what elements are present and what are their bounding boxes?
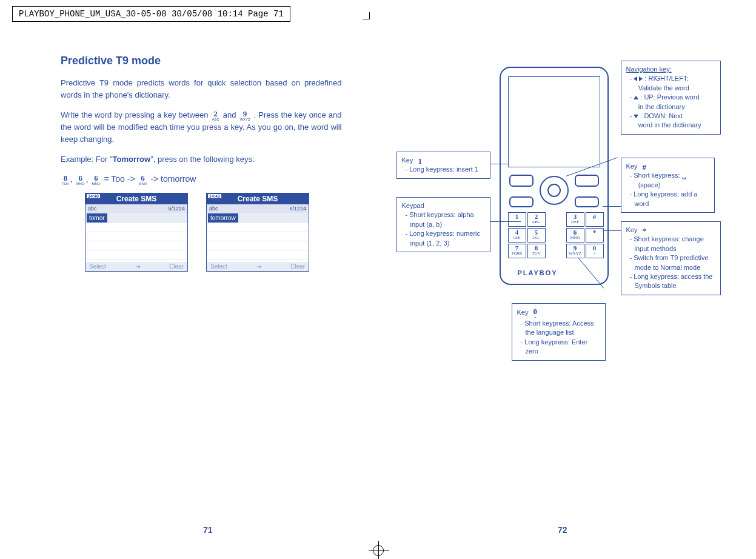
intro-paragraph: Predictive T9 mode predicts words for qu… [61,77,342,101]
keypad-key: * [586,228,604,243]
list-item: - : UP: Previous word in the dictionary [630,93,715,112]
keypad-key: 5JKL [527,228,546,243]
key-6-icon: 6MNO [92,174,101,186]
softkey-select: Select [89,263,106,270]
dpad-icon [540,176,569,205]
keypad-gap [547,244,565,258]
screen-title-bar: 14:40 Create SMS [85,193,187,204]
status-row: abc 5/1224 [85,204,187,213]
screen-title-bar: 14:43 Create SMS [207,193,309,204]
page-spread: Predictive T9 mode Predictive T9 mode pr… [0,49,756,406]
keypad-key: 8TUV [527,244,546,258]
phone-brand-label: PLAYBOY [518,269,558,276]
keypad-gap [547,212,565,227]
anno-title: Keypad [402,202,424,209]
keypad-key: 4GHI [508,228,526,243]
page-72: 1 2ABC 3DEF # 4GHI 5JKL 6MNO * 7PQRS 8TU… [378,49,757,406]
crop-tick [363,12,370,19]
call-key-icon [509,196,534,207]
page-number-72: 72 [558,525,567,535]
typed-text: tomor [87,213,107,223]
anno-navigation-key: Navigation key: - : RIGHT/LEFT: Validate… [621,61,721,135]
list-item: - : DOWN: Next word in the dictionary [630,112,715,130]
time-badge: 14:40 [87,194,100,198]
leader-line [603,206,621,207]
anno-title: Key 1 [402,156,424,164]
status-row: abc 8/1224 [207,204,309,213]
softkey-right-icon [575,175,599,187]
softkey-clear: Clear [290,263,305,270]
leader-line [490,221,521,222]
softkey-select: Select [210,263,227,270]
text: and [223,110,239,119]
softkey-left-icon [509,175,534,187]
star-key-icon: * [643,227,647,235]
keypad-key: 1 [508,212,526,227]
section-title: Predictive T9 mode [61,55,342,67]
list-item: - Short keypress: alpha input (a, b) [406,210,485,229]
list-item: - Long keypress: numeric input (1, 2, 3) [406,229,485,248]
list-item: - : RIGHT/LEFT: Validate the word [630,74,715,93]
anno-keypad: Keypad - Short keypress: alpha input (a,… [396,197,490,252]
softkey-middle-icon: ⇥ [256,263,261,270]
key-sequence: 8TUV, 6MNO, 6MNO = Too -> 6MNO -> tomorr… [61,174,342,186]
keypad-key: 7PQRS [508,244,526,258]
keypad-key: 9WXYZ [566,244,584,258]
softkey-row: Select ⇥ Clear [207,262,309,271]
list-item: - Short keypress: ␣ (space) [630,171,709,190]
nav-cluster [508,172,600,209]
leader-line [490,164,509,164]
key-6-icon: 6MNO [138,174,147,186]
list-item: - Long keypress: add a word [630,190,709,209]
anno-key-hash: Key # - Short keypress: ␣ (space) - Long… [621,158,715,213]
screen-filler [85,223,187,262]
header-bar: PLAYBOY_PHONE_UM_USA_30-05-08 30/05/08 1… [12,6,290,22]
list-item: - Short keypress: Access the language li… [521,319,600,338]
list-item: - Long keypress: access the Symbols tabl… [630,272,715,291]
phone-diagram: 1 2ABC 3DEF # 4GHI 5JKL 6MNO * 7PQRS 8TU… [396,55,736,406]
keypad-key: 0+ [586,244,604,258]
keypad-key: 2ABC [527,212,546,227]
keypad-key: 3DEF [566,212,584,227]
keypad-gap [547,228,565,243]
key-0-icon: 0+ [534,307,538,319]
example-label: Example: For "Tomorrow", press on the fo… [61,153,342,166]
phone-screenshots: 14:40 Create SMS abc 5/1224 tomor Select… [85,193,342,272]
phone-screenshot-right: 14:43 Create SMS abc 8/1224 tomorrow Sel… [206,193,309,272]
end-key-icon [575,196,599,207]
phone-screenshot-left: 14:40 Create SMS abc 5/1224 tomor Select… [85,193,188,272]
anno-title: Navigation key: [626,65,672,73]
key-1-icon: 1 [418,157,423,165]
phone-illustration: 1 2ABC 3DEF # 4GHI 5JKL 6MNO * 7PQRS 8TU… [500,67,609,285]
leader-line [603,230,621,231]
list-item: - Long keypress: insert 1 [406,165,485,174]
time-badge: 14:43 [208,194,221,198]
anno-title: Key # [626,162,648,170]
list-item: - Switch from T9 predictive mode to Norm… [630,253,715,272]
dpad-center-icon [547,184,561,197]
list-item: - Long keypress: Enter zero [521,338,600,356]
page-71: Predictive T9 mode Predictive T9 mode pr… [0,49,378,406]
anno-title: Key 0+ [517,309,539,316]
key-6-icon: 6MNO [76,174,85,186]
up-arrow-icon [634,96,638,99]
list-item: - Short keypress: change input methods [630,235,715,253]
anno-key-star: Key * - Short keypress: change input met… [621,221,721,295]
screen-filler [207,223,309,262]
write-word-paragraph: Write the word by pressing a key between… [61,109,342,145]
softkey-middle-icon: ⇥ [135,263,140,270]
softkey-row: Select ⇥ Clear [85,262,187,271]
down-arrow-icon [634,115,638,118]
phone-screen-area [508,76,600,167]
hash-key-icon: # [643,163,647,171]
page-number-71: 71 [203,525,213,535]
softkey-clear: Clear [169,263,184,270]
keypad-grid: 1 2ABC 3DEF # 4GHI 5JKL 6MNO * 7PQRS 8TU… [508,212,600,258]
key-2-icon: 2 ABC [212,110,219,121]
space-icon: ␣ [682,172,686,179]
keypad-key: 6MNO [566,228,584,243]
key-9-icon: 9 WXYZ [239,110,250,121]
left-arrow-icon [634,76,637,81]
anno-title: Key * [626,226,648,233]
right-arrow-icon [639,76,643,81]
